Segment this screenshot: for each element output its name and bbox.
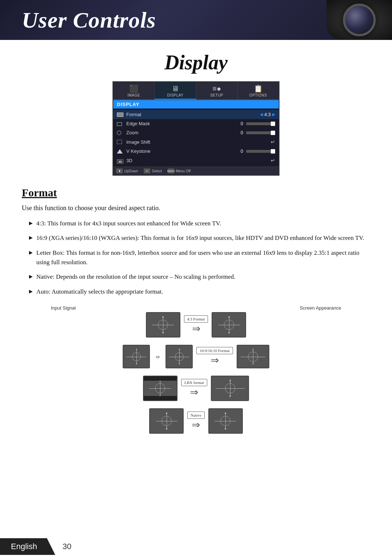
- edge-mask-icon-shape: [117, 122, 122, 126]
- diagram-row-lbx: LBX format ⇒: [22, 376, 370, 401]
- format-label-arrow-43: 4:3 Format ⇒: [184, 315, 208, 335]
- menu-row-edge-mask[interactable]: Edge Mask 0: [113, 119, 279, 128]
- menu-row-zoom[interactable]: Zoom 0: [113, 128, 279, 137]
- image-shift-enter-icon: ↵: [271, 139, 275, 145]
- 3d-value: ↵: [271, 158, 275, 163]
- crosshair-43-out: [218, 316, 240, 334]
- tab-setup[interactable]: ≡● SETUP: [196, 82, 238, 99]
- 3d-icon-shape: 3D: [117, 159, 123, 164]
- page-footer: English 30: [0, 537, 392, 556]
- format-label-169: 16:9/16:10 Format: [196, 347, 233, 354]
- tab-image-label: IMAGE: [127, 93, 140, 97]
- bullet-text-1: 16:9 (XGA series)/16:10 (WXGA series): T…: [36, 233, 364, 243]
- display-tab-icon: 🖥: [156, 85, 194, 92]
- format-section: Format Use this function to choose your …: [22, 187, 370, 441]
- v-keystone-value: 0: [241, 148, 275, 154]
- format-label-lbx: LBX format: [181, 379, 207, 386]
- image-shift-icon: [117, 140, 123, 144]
- v-keystone-number: 0: [241, 148, 243, 154]
- footer-menu-off: MENU Menu Off: [168, 168, 191, 173]
- signal-box-43-output: [212, 312, 246, 338]
- edge-mask-slider[interactable]: [246, 122, 275, 125]
- tab-options[interactable]: 📋 OPTIONS: [238, 82, 279, 99]
- edge-mask-thumb: [271, 122, 275, 126]
- crosshair-lbx: [149, 379, 171, 397]
- format-row-label: Format: [126, 112, 260, 117]
- footer-select-label: Select: [152, 169, 162, 173]
- menu-footer: ⬆ UpDown ↵ Select MENU Menu Off: [113, 167, 279, 175]
- left-arrow-icon: ◀: [260, 112, 263, 117]
- 3d-label: 3D: [126, 158, 271, 163]
- bullet-item-43: ▶ 4:3: This format is for 4x3 input sour…: [29, 219, 370, 228]
- format-icon-shape: [117, 113, 123, 117]
- crosshair-lbx-out: [216, 379, 245, 397]
- signal-box-native-input: [149, 408, 184, 434]
- bullet-item-169: ▶ 16:9 (XGA series)/16:10 (WXGA series):…: [29, 233, 370, 243]
- v-keystone-label: V Keystone: [126, 148, 241, 154]
- tab-options-label: OPTIONS: [249, 93, 267, 97]
- image-shift-label: Image Shift: [126, 139, 271, 145]
- diagram-row-native: Native ⇒: [22, 408, 370, 434]
- signal-box-native-output: [208, 408, 243, 434]
- arrow-169: ⇒: [211, 354, 219, 366]
- menu-row-image-shift[interactable]: Image Shift ↵: [113, 137, 279, 147]
- signal-box-lbx-input: [143, 376, 177, 401]
- menu-row-v-keystone[interactable]: V Keystone 0: [113, 147, 279, 156]
- bullet-item-letterbox: ▶ Letter Box: This format is for non-16x…: [29, 248, 370, 267]
- v-keystone-icon: [117, 149, 123, 154]
- menu-off-icon: MENU: [168, 168, 174, 173]
- right-arrow-icon: ▶: [272, 112, 275, 117]
- 3d-icon: 3D: [117, 158, 123, 163]
- footer-page-number: 30: [62, 542, 71, 551]
- display-subtitle: Display: [22, 51, 370, 74]
- format-label-arrow-lbx: LBX format ⇒: [181, 379, 207, 398]
- zoom-value: 0: [241, 130, 275, 135]
- image-shift-value: ↵: [271, 139, 275, 145]
- footer-language-label: English: [11, 542, 37, 551]
- menu-row-format[interactable]: Format ◀ 4:3 ▶: [113, 110, 279, 119]
- zoom-slider[interactable]: [246, 131, 275, 134]
- select-icon: ↵: [144, 168, 150, 173]
- or-text: or: [156, 354, 160, 360]
- footer-menu-off-label: Menu Off: [176, 169, 191, 173]
- bullet-text-3: Native: Depends on the resolution of the…: [36, 272, 236, 282]
- menu-rows: Format ◀ 4:3 ▶ Edge Mask 0: [113, 109, 279, 167]
- crosshair-native: [156, 412, 177, 430]
- signal-box-169-input2: [166, 345, 193, 368]
- bullet-text-4: Auto: Automatically selects the appropri…: [36, 287, 163, 297]
- tab-setup-label: SETUP: [210, 93, 223, 97]
- bullet-text-2: Letter Box: This format is for non-16x9,…: [36, 248, 370, 267]
- bullet-text-0: 4:3: This format is for 4x3 input source…: [36, 219, 221, 228]
- main-content: Display ⬛ IMAGE 🖥 DISPLAY ≡● SETUP 📋 OPT…: [0, 40, 392, 452]
- header-background: User Controls: [0, 0, 392, 40]
- format-row-value: ◀ 4:3 ▶: [260, 112, 275, 117]
- v-keystone-slider[interactable]: [246, 150, 275, 153]
- v-keystone-icon-shape: [117, 149, 123, 154]
- signal-box-43-input: [146, 312, 180, 338]
- format-label-arrow-169: 16:9/16:10 Format ⇒: [196, 347, 233, 366]
- zoom-icon: [117, 131, 123, 135]
- camera-lens: [343, 4, 376, 36]
- footer-updown-label: UpDown: [124, 169, 138, 173]
- tab-image[interactable]: ⬛ IMAGE: [113, 82, 155, 99]
- menu-row-3d[interactable]: 3D 3D ↵: [113, 156, 279, 165]
- tab-display[interactable]: 🖥 DISPLAY: [155, 82, 196, 99]
- options-tab-icon: 📋: [239, 85, 277, 92]
- crosshair-169-2: [169, 348, 189, 365]
- crosshair-169-1: [126, 348, 146, 365]
- image-tab-icon: ⬛: [115, 85, 153, 92]
- zoom-number: 0: [241, 130, 243, 135]
- bullet-item-auto: ▶ Auto: Automatically selects the approp…: [29, 287, 370, 297]
- format-heading: Format: [22, 187, 370, 199]
- bullet-arrow-1: ▶: [29, 234, 33, 241]
- tab-display-label: DISPLAY: [167, 93, 183, 97]
- input-signal-label: Input Signal: [51, 305, 76, 311]
- zoom-thumb: [271, 131, 275, 135]
- arrow-native: ⇒: [192, 419, 200, 431]
- bullet-list: ▶ 4:3: This format is for 4x3 input sour…: [29, 219, 370, 297]
- menu-ui: ⬛ IMAGE 🖥 DISPLAY ≡● SETUP 📋 OPTIONS DIS…: [113, 81, 279, 176]
- arrow-43: ⇒: [192, 323, 200, 335]
- format-intro: Use this function to choose your desired…: [22, 203, 370, 213]
- signal-box-lbx-output: [211, 376, 249, 401]
- v-keystone-thumb: [271, 149, 275, 154]
